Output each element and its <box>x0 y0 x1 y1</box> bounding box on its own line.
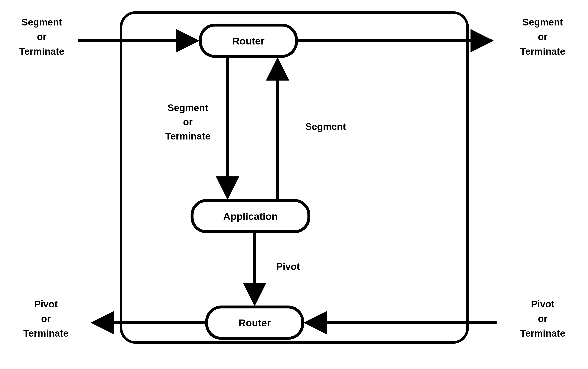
router-top-node: Router <box>200 25 296 56</box>
ext-top-right-l2: or <box>538 31 548 42</box>
edge-router-to-app-l3: Terminate <box>165 131 210 142</box>
edge-router-to-app-l2: or <box>183 116 193 127</box>
edge-router-to-app-l1: Segment <box>168 102 208 113</box>
ext-top-right-l1: Segment <box>522 17 563 28</box>
ext-top-right-l3: Terminate <box>520 46 565 57</box>
ext-bottom-right-l3: Terminate <box>520 328 565 339</box>
ext-bottom-left-l3: Terminate <box>23 328 69 339</box>
ext-bottom-right-l2: or <box>538 313 548 324</box>
ext-bottom-left-l2: or <box>41 313 51 324</box>
router-top-label: Router <box>232 35 265 47</box>
ext-top-left-l1: Segment <box>21 17 62 28</box>
ext-bottom-left-l1: Pivot <box>34 299 58 309</box>
ext-bottom-right-l1: Pivot <box>531 299 554 309</box>
edge-app-to-router-l1: Segment <box>305 121 346 132</box>
router-bottom-label: Router <box>239 318 271 328</box>
container-box <box>121 12 468 342</box>
ext-top-left-l3: Terminate <box>19 46 64 57</box>
router-bottom-node: Router <box>207 307 303 338</box>
application-label: Application <box>223 211 278 222</box>
application-node: Application <box>192 200 309 232</box>
ext-top-left-l2: or <box>37 31 47 42</box>
edge-app-to-router-b-l1: Pivot <box>276 261 300 272</box>
